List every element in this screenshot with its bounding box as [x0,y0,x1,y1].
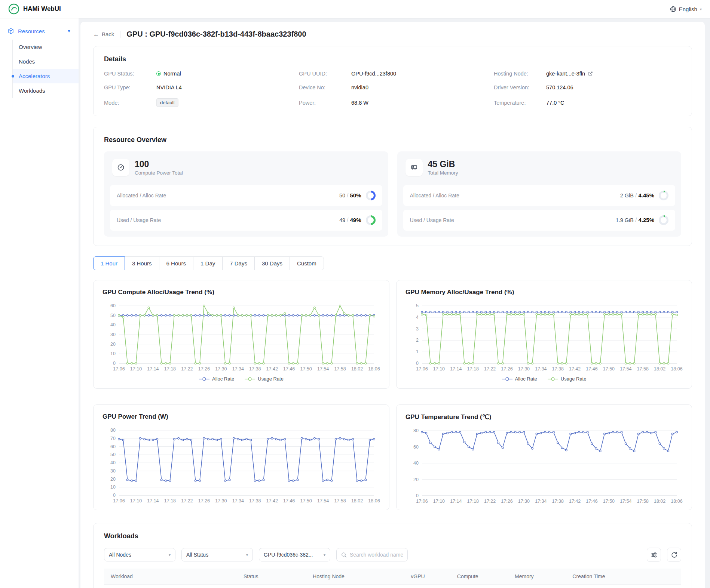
svg-text:0: 0 [113,361,116,366]
svg-text:50: 50 [110,313,116,318]
svg-text:17:06: 17:06 [113,366,125,372]
resource-row-percent: 4.45% [638,192,654,198]
charts-grid: GPU Compute Alloc/Usage Trend (%)0102030… [93,280,692,510]
workloads-title: Workloads [104,532,681,540]
svg-text:17:46: 17:46 [586,499,597,504]
sidebar-item-workloads[interactable]: Workloads [13,83,79,98]
sidebar-section-resources[interactable]: Resources ▼ [0,23,79,39]
gpu-temperature-trend-chart: 02040608017:0617:1017:1417:1817:2217:261… [406,427,683,505]
time-range-30-days[interactable]: 30 Days [254,256,290,270]
svg-text:4: 4 [416,315,419,320]
legend-item-usage-rate[interactable]: Usage Rate [548,376,587,382]
svg-text:17:18: 17:18 [164,498,176,504]
detail-gpu-type: GPU Type:NVIDIA L4 [104,84,291,90]
svg-text:17:34: 17:34 [535,366,547,372]
sidebar-item-overview[interactable]: Overview [13,40,79,54]
gpu-memory-alloc-usage-trend-canvas: 01234517:0617:1017:1417:1817:2217:2617:3… [406,302,683,373]
resource-row-percent: 4.25% [638,217,654,223]
time-range-1-hour[interactable]: 1 Hour [93,256,125,270]
gpu-memory-alloc-usage-trend-chart: 01234517:0617:1017:1417:1817:2217:2617:3… [406,302,683,373]
time-range-3-hours[interactable]: 3 Hours [125,256,159,270]
status-ok-icon [156,71,161,76]
legend-marker-icon [199,377,209,381]
sidebar-item-accelerators[interactable]: Accelerators [13,69,79,83]
legend-item-alloc-rate[interactable]: Alloc Rate [199,376,234,382]
resource-total: 100 [135,159,183,169]
svg-text:17:18: 17:18 [164,366,176,372]
svg-text:17:22: 17:22 [484,366,496,372]
detail-mode: Mode:default [104,98,291,107]
svg-text:17:42: 17:42 [569,366,581,372]
resource-overview-title: Resource Overview [104,136,681,144]
gpu-temperature-trend-canvas: 02040608017:0617:1017:1417:1817:2217:261… [406,427,683,505]
svg-text:0: 0 [416,493,419,498]
time-range-custom[interactable]: Custom [290,256,324,270]
column-header-memory: Memory [508,569,566,585]
resource-row-percent: 49% [350,217,361,223]
resource-overview-grid: 100Compute Power TotalAllocated / Alloc … [104,151,681,237]
details-card: Details GPU Status:NormalGPU Type:NVIDIA… [93,46,692,116]
resource-row-label: Used / Usage Rate [117,217,161,223]
detail-label: Device No: [299,84,348,90]
detail-value[interactable]: gke-kant...e-3fln [546,71,593,77]
svg-text:60: 60 [110,444,116,449]
resources-label: Resources [18,28,45,34]
table-settings-button[interactable] [647,548,661,562]
search-input[interactable] [350,552,403,558]
resource-row-value: 2 GiB [620,193,634,198]
chart-title: GPU Power Trend (W) [102,413,380,421]
svg-text:17:54: 17:54 [620,366,631,372]
workload-search[interactable] [336,548,408,561]
detail-label: GPU Status: [104,71,153,77]
series-power [119,438,374,481]
time-range-6-hours[interactable]: 6 Hours [159,256,194,270]
chevron-down-icon: ▾ [246,553,248,557]
external-link-icon[interactable] [588,71,593,76]
gpu-filter-select[interactable]: GPU-f9cd036c-382... ▾ [259,548,330,561]
svg-text:17:18: 17:18 [467,499,479,504]
resource-subtitle: Compute Power Total [135,170,183,176]
sidebar-item-nodes[interactable]: Nodes [13,54,79,69]
legend-item-alloc-rate[interactable]: Alloc Rate [502,376,537,382]
chevron-down-icon: ▾ [324,553,325,557]
svg-text:17:14: 17:14 [147,366,159,372]
svg-text:17:26: 17:26 [198,498,210,504]
svg-text:17:46: 17:46 [283,366,295,372]
time-range-1-day[interactable]: 1 Day [193,256,223,270]
detail-value: Normal [156,71,181,77]
node-filter-select[interactable]: All Nodes ▾ [104,548,175,561]
svg-text:17:14: 17:14 [450,366,462,372]
svg-text:17:06: 17:06 [113,498,125,504]
time-range-7-days[interactable]: 7 Days [222,256,255,270]
svg-text:70: 70 [110,436,116,441]
column-header-hosting-node: Hosting Node [306,569,404,585]
sidebar: Resources ▼ OverviewNodesAcceleratorsWor… [0,18,79,588]
resource-total: 45 GiB [428,159,458,169]
series-usage-rate [422,314,677,363]
detail-device-no: Device No:nvidia0 [299,84,486,90]
svg-text:17:22: 17:22 [181,498,193,504]
svg-text:17:50: 17:50 [603,499,615,504]
language-selector[interactable]: English ▾ [670,6,702,12]
mode-tag: default [156,98,178,107]
svg-text:17:22: 17:22 [484,499,496,504]
svg-text:17:30: 17:30 [215,498,227,504]
refresh-button[interactable] [667,548,681,562]
gpu-memory-alloc-usage-trend-card: GPU Memory Alloc/Usage Trend (%)01234517… [396,280,692,389]
chevron-down-icon: ▾ [700,7,702,11]
divider [120,31,120,38]
chart-title: GPU Compute Alloc/Usage Trend (%) [102,289,380,296]
status-filter-select[interactable]: All Status ▾ [181,548,253,561]
svg-text:60: 60 [110,303,116,308]
svg-text:10: 10 [110,351,116,356]
svg-text:17:26: 17:26 [198,366,210,372]
svg-text:17:42: 17:42 [266,498,278,504]
svg-text:3: 3 [416,326,419,332]
node-filter-value: All Nodes [109,552,131,558]
legend-item-usage-rate[interactable]: Usage Rate [245,376,284,382]
svg-text:50: 50 [110,452,116,457]
svg-text:17:46: 17:46 [283,498,295,504]
svg-text:17:30: 17:30 [518,499,530,504]
resources-icon [7,28,14,34]
back-button[interactable]: ← Back [93,31,114,38]
